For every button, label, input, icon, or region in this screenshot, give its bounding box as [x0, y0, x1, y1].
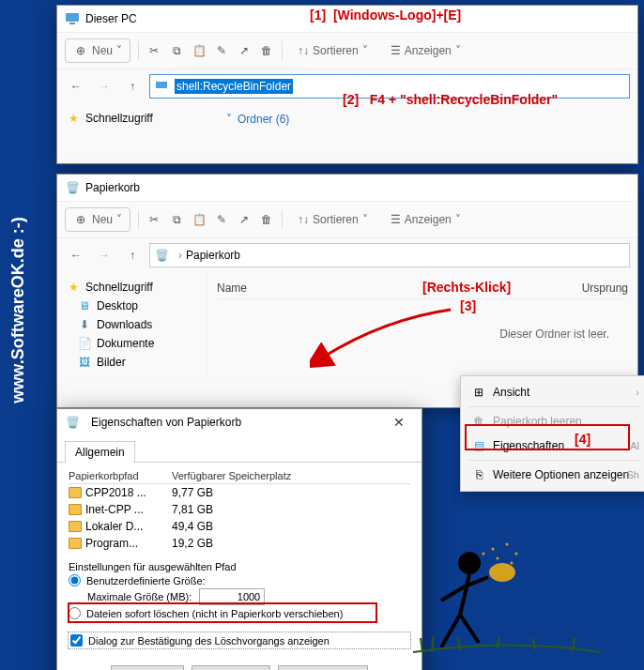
address-bar[interactable]: 🗑️ › Papierkorb	[149, 243, 630, 267]
share-icon[interactable]: ↗	[237, 212, 252, 227]
chevron-down-icon: ˅	[362, 44, 368, 57]
view-button[interactable]: ☰ Anzeigen ˅	[383, 209, 468, 230]
svg-point-15	[497, 557, 499, 560]
picture-icon: 🖼	[78, 356, 91, 369]
paste-icon[interactable]: 📋	[192, 212, 207, 227]
up-button[interactable]: ↑	[121, 75, 144, 98]
col-name[interactable]: Name	[217, 282, 247, 295]
sidebar-item-label: Schnellzugriff	[85, 281, 153, 294]
cancel-button[interactable]: Abbrechen	[192, 665, 270, 670]
ctx-label: Ansicht	[493, 386, 529, 399]
tab-row: Allgemein	[57, 435, 422, 463]
tab-general[interactable]: Allgemein	[65, 441, 135, 463]
address-bar[interactable]: shell:RecycleBinFolder	[149, 74, 630, 99]
view-icon: ☰	[391, 213, 401, 226]
ctx-label: Weitere Optionen anzeigen	[493, 468, 629, 481]
back-button[interactable]: ←	[65, 244, 87, 266]
explorer-window-pc: Dieser PC ⊕ Neu ˅ ✂ ⧉ 📋 ✎ ↗ 🗑 ↑↓ Sortier…	[56, 5, 638, 164]
drive-row[interactable]: Program...19,2 GB	[69, 535, 410, 552]
window-title: Papierkorb	[85, 181, 140, 194]
more-icon: ⎘	[472, 468, 485, 481]
ctx-label: Papierkorb leeren	[493, 415, 582, 428]
sidebar-item-quick[interactable]: ★ Schnellzugriff	[61, 109, 204, 128]
breadcrumb-text: Papierkorb	[186, 249, 240, 262]
drive-name: Lokaler D...	[85, 520, 143, 533]
ok-button[interactable]: OK	[111, 665, 184, 670]
ctx-view[interactable]: ⊞ Ansicht ›	[461, 380, 644, 404]
sort-label: Sortieren	[313, 44, 359, 57]
content-area[interactable]: Name Ursprung Dieser Ordner ist leer.	[207, 272, 637, 377]
body: ★ Schnellzugriff 🖥 Desktop ⬇ Downloads 📄…	[57, 272, 637, 377]
delete-icon[interactable]: 🗑	[259, 43, 274, 58]
separator	[468, 460, 639, 461]
cut-icon[interactable]: ✂	[146, 43, 161, 58]
dialog-titlebar: 🗑️ Eigenschaften von Papierkorb ✕	[57, 409, 422, 435]
ctx-more-options[interactable]: ⎘ Weitere Optionen anzeigen Sh	[461, 463, 644, 487]
download-icon: ⬇	[78, 318, 91, 331]
ctx-label: Eigenschaften	[493, 439, 564, 452]
sort-label: Sortieren	[313, 213, 359, 226]
svg-point-16	[511, 562, 514, 565]
drive-space: 7,81 GB	[172, 503, 213, 516]
radio-custom-size[interactable]: Benutzerdefinierte Größe:	[69, 572, 410, 588]
sidebar-item-pictures[interactable]: 🖼 Bilder	[61, 353, 203, 372]
new-button[interactable]: ⊕ Neu ˅	[65, 38, 130, 63]
drive-space: 49,4 GB	[172, 520, 213, 533]
sidebar-item-label: Desktop	[97, 299, 138, 312]
view-button[interactable]: ☰ Anzeigen ˅	[383, 40, 468, 61]
folders-section[interactable]: ˅ Ordner (6)	[217, 109, 628, 129]
radio-input[interactable]	[69, 607, 81, 619]
checkbox-input[interactable]	[70, 634, 83, 647]
sort-button[interactable]: ↑↓ Sortieren ˅	[290, 209, 376, 230]
column-headers: Name Ursprung	[217, 278, 628, 299]
svg-rect-0	[66, 13, 79, 22]
paste-icon[interactable]: 📋	[192, 43, 207, 58]
apply-button[interactable]: Übernehmen	[278, 665, 367, 670]
checkbox-label: Dialog zur Bestätigung des Löschvorgangs…	[88, 635, 330, 647]
maxsize-input[interactable]	[199, 588, 265, 605]
share-icon[interactable]: ↗	[237, 43, 252, 58]
rename-icon[interactable]: ✎	[214, 43, 229, 58]
titlebar: Dieser PC	[57, 6, 637, 32]
sidebar-item-downloads[interactable]: ⬇ Downloads	[61, 315, 203, 334]
drive-row[interactable]: Lokaler D...49,4 GB	[69, 518, 410, 535]
breadcrumb-separator: ›	[178, 249, 182, 262]
close-button[interactable]: ✕	[384, 415, 414, 430]
chevron-down-icon: ˅	[362, 213, 368, 226]
sidebar-item-quick[interactable]: ★ Schnellzugriff	[61, 278, 203, 297]
desktop-icon: 🖥	[78, 299, 91, 312]
rename-icon[interactable]: ✎	[214, 212, 229, 227]
col-origin[interactable]: Ursprung	[582, 282, 628, 295]
checkbox-confirm-delete[interactable]: Dialog zur Bestätigung des Löschvorgangs…	[69, 632, 410, 648]
up-button[interactable]: ↑	[121, 244, 144, 266]
delete-icon[interactable]: 🗑	[259, 212, 274, 227]
dialog-body: Papierkorbpfad Verfügbarer Speicherplatz…	[57, 462, 422, 656]
new-button[interactable]: ⊕ Neu ˅	[65, 207, 130, 232]
properties-icon: ▤	[472, 439, 485, 452]
drive-row[interactable]: CPP2018 ...9,77 GB	[69, 484, 410, 501]
forward-button[interactable]: →	[93, 244, 115, 266]
drive-name: CPP2018 ...	[85, 486, 146, 499]
cut-icon[interactable]: ✂	[146, 212, 161, 227]
forward-button[interactable]: →	[93, 75, 115, 98]
maxsize-label: Maximale Größe (MB):	[87, 591, 192, 602]
drive-row[interactable]: Inet-CPP ...7,81 GB	[69, 501, 410, 518]
plus-icon: ⊕	[73, 212, 88, 227]
ctx-hint: Sh	[627, 469, 639, 480]
back-button[interactable]: ←	[65, 75, 87, 98]
chevron-down-icon: ˅	[116, 44, 122, 57]
sidebar-item-label: Dokumente	[97, 337, 154, 350]
radio-delete-immediately[interactable]: Dateien sofort löschen (nicht in Papierk…	[69, 605, 410, 621]
folder-icon	[69, 504, 82, 515]
radio-input[interactable]	[69, 574, 81, 586]
svg-point-12	[492, 548, 495, 551]
titlebar: 🗑️ Papierkorb	[57, 175, 637, 201]
svg-line-10	[573, 638, 575, 651]
sidebar-item-documents[interactable]: 📄 Dokumente	[61, 334, 203, 353]
sort-button[interactable]: ↑↓ Sortieren ˅	[290, 40, 376, 61]
folder-icon	[69, 538, 82, 549]
sidebar-item-desktop[interactable]: 🖥 Desktop	[61, 297, 203, 315]
copy-icon[interactable]: ⧉	[169, 212, 184, 227]
ctx-properties[interactable]: ▤ Eigenschaften Al	[461, 434, 644, 458]
copy-icon[interactable]: ⧉	[169, 43, 184, 58]
